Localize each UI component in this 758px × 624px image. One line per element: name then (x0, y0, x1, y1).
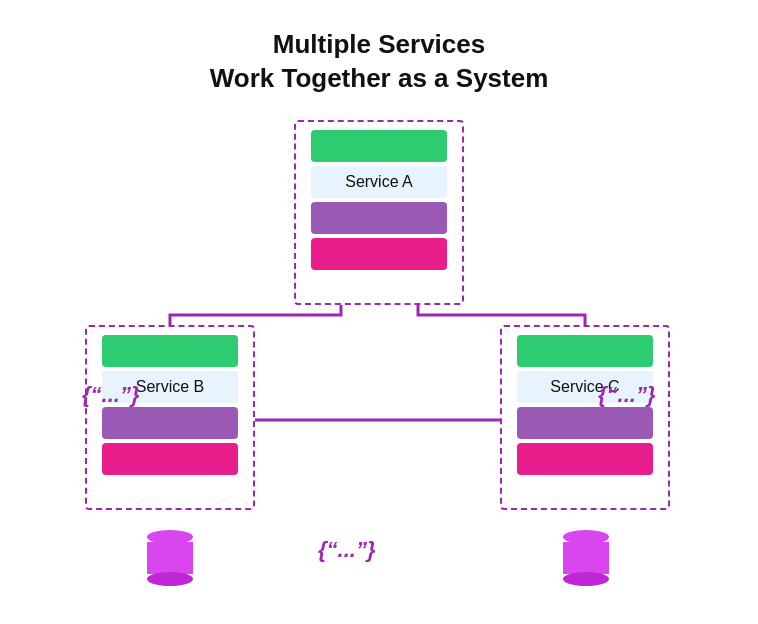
cylinder-b-bottom (147, 572, 193, 586)
service-a-box: Service A (294, 120, 464, 305)
service-c-block-purple (517, 407, 653, 439)
database-c (563, 530, 609, 586)
service-b-block-green (102, 335, 238, 367)
database-b (147, 530, 193, 586)
service-a-label: Service A (311, 166, 447, 198)
service-b-box: Service B (85, 325, 255, 510)
service-c-block-green (517, 335, 653, 367)
cylinder-c-bottom (563, 572, 609, 586)
service-a-block-pink (311, 238, 447, 270)
json-label-bottom: {“...”} (318, 537, 375, 563)
diagram: Service A Service B Service C {“...”} {“… (0, 100, 758, 624)
service-b-block-pink (102, 443, 238, 475)
service-c-block-pink (517, 443, 653, 475)
json-label-left: {“...”} (82, 382, 139, 408)
service-b-block-purple (102, 407, 238, 439)
title-line1: Multiple Services (273, 29, 485, 59)
cylinder-b-body (147, 542, 193, 574)
service-a-block-green (311, 130, 447, 162)
page-title: Multiple Services Work Together as a Sys… (0, 0, 758, 96)
cylinder-c-body (563, 542, 609, 574)
service-a-block-purple (311, 202, 447, 234)
service-c-box: Service C (500, 325, 670, 510)
json-label-right: {“...”} (598, 382, 655, 408)
title-line2: Work Together as a System (210, 63, 549, 93)
